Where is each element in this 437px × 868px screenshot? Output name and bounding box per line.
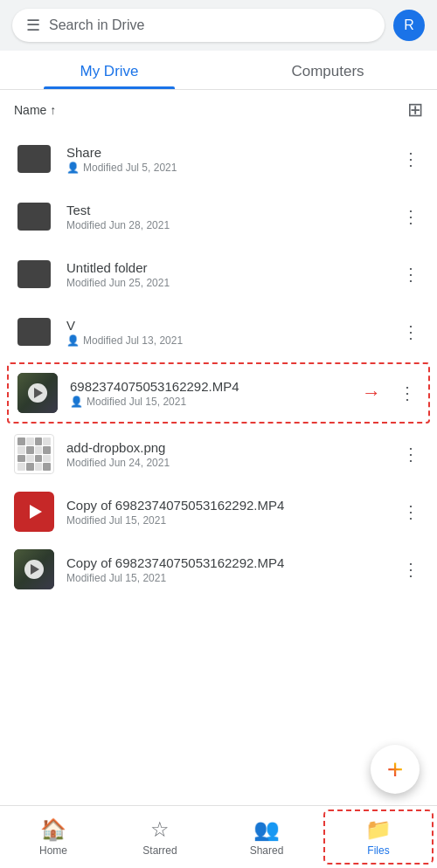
file-info: Share 👤 Modified Jul 5, 2021 bbox=[66, 145, 386, 174]
folder-thumbnail bbox=[14, 312, 54, 352]
more-options-button[interactable]: ⋮ bbox=[395, 379, 420, 407]
list-item[interactable]: Test Modified Jun 28, 2021 ⋮ bbox=[0, 188, 437, 245]
file-meta: 👤 Modified Jul 13, 2021 bbox=[66, 334, 386, 347]
nav-label-home: Home bbox=[39, 844, 67, 857]
nav-label-starred: Starred bbox=[142, 844, 177, 857]
more-options-button[interactable]: ⋮ bbox=[399, 555, 423, 583]
grid-view-icon[interactable]: ⊞ bbox=[407, 99, 423, 121]
file-meta: Modified Jun 24, 2021 bbox=[66, 457, 386, 469]
folder-thumbnail bbox=[14, 196, 54, 237]
file-name: Untitled folder bbox=[66, 260, 386, 275]
more-options-button[interactable]: ⋮ bbox=[399, 318, 423, 346]
nav-item-starred[interactable]: ☆ Starred bbox=[107, 806, 213, 868]
bottom-navigation: 🏠 Home ☆ Starred 👥 Shared 📁 Files bbox=[0, 805, 437, 868]
file-info: Test Modified Jun 28, 2021 bbox=[66, 203, 386, 231]
file-name: V bbox=[66, 318, 386, 333]
list-item[interactable]: Copy of 6982374075053162292.MP4 Modified… bbox=[0, 483, 437, 541]
file-meta: Modified Jun 25, 2021 bbox=[66, 277, 386, 289]
avatar[interactable]: R bbox=[393, 10, 425, 41]
more-options-button[interactable]: ⋮ bbox=[399, 145, 423, 173]
sort-arrow-icon: ↑ bbox=[50, 103, 56, 117]
play-icon bbox=[30, 505, 42, 519]
file-name: 6982374075053162292.MP4 bbox=[70, 379, 350, 394]
more-options-button[interactable]: ⋮ bbox=[399, 498, 423, 526]
file-meta: 👤 Modified Jul 5, 2021 bbox=[66, 162, 386, 174]
list-item[interactable]: V 👤 Modified Jul 13, 2021 ⋮ bbox=[0, 303, 437, 361]
list-item-highlighted[interactable]: 6982374075053162292.MP4 👤 Modified Jul 1… bbox=[7, 362, 430, 424]
list-item[interactable]: Share 👤 Modified Jul 5, 2021 ⋮ bbox=[0, 130, 437, 188]
nav-label-files: Files bbox=[367, 844, 389, 857]
list-item[interactable]: Copy of 6982374075053162292.MP4 Modified… bbox=[0, 541, 437, 598]
video-thumbnail bbox=[17, 373, 58, 413]
file-name: Copy of 6982374075053162292.MP4 bbox=[66, 555, 386, 570]
tab-my-drive[interactable]: My Drive bbox=[0, 51, 218, 89]
tabs: My Drive Computers bbox=[0, 51, 437, 90]
shared-icon: 👤 bbox=[66, 334, 80, 347]
file-info: 6982374075053162292.MP4 👤 Modified Jul 1… bbox=[70, 379, 350, 408]
tab-computers[interactable]: Computers bbox=[218, 51, 437, 89]
more-options-button[interactable]: ⋮ bbox=[399, 440, 423, 468]
list-item[interactable]: add-dropbox.png Modified Jun 24, 2021 ⋮ bbox=[0, 425, 437, 483]
file-meta: Modified Jul 15, 2021 bbox=[66, 572, 386, 584]
file-name: Share bbox=[66, 145, 386, 160]
sort-bar: Name ↑ ⊞ bbox=[0, 90, 437, 130]
shared-nav-icon: 👥 bbox=[253, 817, 280, 842]
new-file-fab[interactable]: + bbox=[371, 745, 420, 794]
arrow-indicator-icon: → bbox=[362, 382, 381, 404]
file-info: V 👤 Modified Jul 13, 2021 bbox=[66, 318, 386, 347]
more-options-button[interactable]: ⋮ bbox=[399, 203, 423, 231]
list-item[interactable]: Untitled folder Modified Jun 25, 2021 ⋮ bbox=[0, 245, 437, 303]
plus-icon: + bbox=[387, 754, 404, 786]
file-name: Copy of 6982374075053162292.MP4 bbox=[66, 498, 386, 513]
star-icon: ☆ bbox=[150, 817, 170, 842]
nav-item-shared[interactable]: 👥 Shared bbox=[213, 806, 320, 868]
play-icon bbox=[24, 560, 44, 579]
more-options-button[interactable]: ⋮ bbox=[399, 260, 423, 288]
files-nav-icon: 📁 bbox=[365, 817, 392, 842]
sort-label[interactable]: Name ↑ bbox=[14, 103, 56, 117]
home-icon: 🏠 bbox=[40, 817, 66, 842]
folder-thumbnail bbox=[14, 254, 54, 294]
file-meta: Modified Jun 28, 2021 bbox=[66, 219, 386, 231]
play-icon bbox=[28, 383, 47, 403]
file-meta: 👤 Modified Jul 15, 2021 bbox=[70, 396, 350, 408]
file-name: Test bbox=[66, 203, 386, 217]
hamburger-icon[interactable]: ☰ bbox=[26, 16, 40, 35]
png-thumbnail bbox=[14, 434, 54, 474]
file-info: Copy of 6982374075053162292.MP4 Modified… bbox=[66, 498, 386, 527]
nav-item-home[interactable]: 🏠 Home bbox=[0, 806, 107, 868]
header: ☰ Search in Drive R bbox=[0, 0, 437, 51]
folder-thumbnail bbox=[14, 139, 54, 179]
file-name: add-dropbox.png bbox=[66, 440, 386, 455]
search-input[interactable]: Search in Drive bbox=[49, 17, 371, 33]
file-info: add-dropbox.png Modified Jun 24, 2021 bbox=[66, 440, 386, 469]
file-info: Copy of 6982374075053162292.MP4 Modified… bbox=[66, 555, 386, 584]
video-red-thumbnail bbox=[14, 492, 54, 532]
file-list: Share 👤 Modified Jul 5, 2021 ⋮ Test Modi… bbox=[0, 130, 437, 668]
file-info: Untitled folder Modified Jun 25, 2021 bbox=[66, 260, 386, 289]
nav-item-files[interactable]: 📁 Files bbox=[323, 809, 434, 865]
video-thumbnail bbox=[14, 549, 54, 589]
shared-icon: 👤 bbox=[66, 162, 80, 174]
shared-icon: 👤 bbox=[70, 396, 83, 408]
nav-label-shared: Shared bbox=[250, 844, 284, 857]
search-bar[interactable]: ☰ Search in Drive bbox=[12, 9, 385, 42]
file-meta: Modified Jul 15, 2021 bbox=[66, 514, 386, 527]
